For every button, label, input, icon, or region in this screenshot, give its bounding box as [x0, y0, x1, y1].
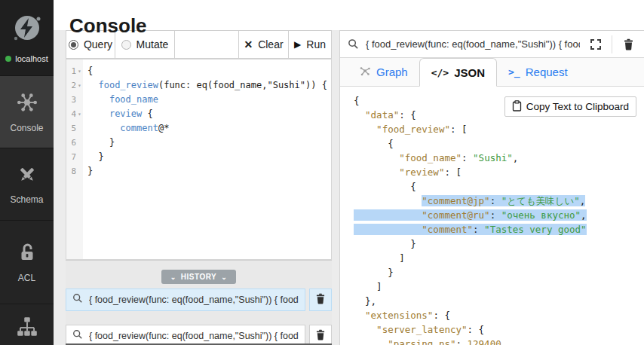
tab-request-label: Request	[526, 66, 568, 78]
search-icon	[346, 35, 360, 54]
json-code-line: "server_latency": {	[354, 322, 644, 337]
search-icon	[72, 293, 83, 307]
history-section: ⌄ HISTORY ⌄ { food_review(func: eq(food_…	[66, 260, 332, 345]
editor-code-line: 3 food_name	[66, 93, 331, 107]
copy-button-label: Copy Text to Clipboard	[526, 101, 629, 112]
copy-to-clipboard-button[interactable]: Copy Text to Clipboard	[504, 96, 636, 117]
chevron-down-icon: ⌄	[221, 275, 227, 279]
sidebar-item-schema[interactable]: Schema	[0, 148, 54, 221]
connection-status-dot	[5, 56, 11, 62]
delete-history-button[interactable]	[309, 289, 332, 311]
trash-icon	[315, 293, 326, 307]
json-code-line: },	[354, 294, 644, 308]
result-query-text[interactable]: { food_review(func: eq(food_name,"Sushi"…	[366, 38, 580, 50]
json-code-line: "food_name": "Sushi",	[354, 151, 644, 165]
query-panel: Query Mutate ✕ Clear ▶ Run 1▾{2▾ food_re…	[66, 30, 332, 345]
tab-json[interactable]: </> JSON	[419, 58, 497, 87]
radio-unselected-icon	[121, 40, 131, 50]
json-code-line: ]	[354, 251, 644, 265]
dgraph-logo-icon	[10, 12, 44, 50]
toolbar-spacer	[174, 30, 239, 59]
editor-code-line: 1▾{	[66, 64, 331, 78]
run-button[interactable]: ▶ Run	[288, 30, 332, 59]
trash-icon	[315, 329, 326, 343]
sidebar-item-console[interactable]: Console	[0, 76, 54, 148]
history-toggle-button[interactable]: ⌄ HISTORY ⌄	[161, 270, 237, 284]
code-icon: </>	[431, 67, 449, 78]
history-list: { food_review(func: eq(food_name,"Sushi"…	[66, 289, 332, 345]
mutate-mode-label: Mutate	[136, 38, 169, 50]
sidebar-item-label: Schema	[10, 194, 43, 205]
tab-request[interactable]: >_ Request	[497, 58, 579, 86]
json-code-line: }	[354, 237, 644, 251]
delete-history-button[interactable]	[309, 325, 332, 345]
json-code-line: }	[354, 265, 644, 279]
editor-code-line: 6 }	[66, 136, 331, 150]
history-toggle-label: HISTORY	[181, 273, 216, 281]
editor-lines: 1▾{2▾ food_review(func: eq(food_name,"Su…	[66, 60, 331, 179]
sidebar-item-cluster[interactable]	[0, 304, 54, 345]
server-connection[interactable]: localhost	[0, 0, 54, 76]
run-label: Run	[306, 38, 326, 50]
history-row: { food_review(func: eq(food_name,"Sushi"…	[66, 325, 332, 345]
json-lines: { "data": { "food_review": [ { "food_nam…	[354, 93, 644, 345]
result-query-bar: { food_review(func: eq(food_name,"Sushi"…	[340, 31, 644, 58]
server-name: localhost	[15, 54, 48, 63]
sidebar-item-label: Console	[10, 123, 43, 133]
clear-label: Clear	[258, 38, 283, 50]
result-tabs: Graph </> JSON >_ Request	[340, 58, 644, 87]
editor-code-line: 7 }	[66, 150, 331, 164]
history-item[interactable]: { food_review(func: eq(food_name,"Sushi"…	[66, 289, 305, 311]
editor-code-line: 5 comment@*	[66, 121, 331, 136]
json-code-line: "comment@jp": "とても美味しい",	[354, 194, 644, 208]
editor-code-line: 2▾ food_review(func: eq(food_name,"Sushi…	[66, 78, 331, 93]
search-icon	[72, 329, 83, 343]
json-code-line: {	[354, 179, 644, 194]
history-item-text: { food_review(func: eq(food_name,"Sushi"…	[89, 331, 299, 341]
tab-json-label: JSON	[454, 66, 485, 79]
chevron-down-icon: ⌄	[170, 275, 176, 279]
query-mode-label: Query	[84, 38, 112, 50]
sidebar-item-acl[interactable]: ACL	[0, 221, 54, 304]
tab-graph-label: Graph	[376, 66, 408, 78]
clear-button[interactable]: ✕ Clear	[238, 30, 289, 59]
network-graph-icon	[15, 90, 39, 118]
graph-icon	[359, 65, 371, 79]
page-title: Console	[69, 14, 147, 38]
json-code-line: {	[354, 136, 644, 151]
terminal-icon: >_	[508, 66, 520, 78]
json-code-line: ]	[354, 279, 644, 294]
clipboard-icon	[512, 100, 522, 114]
json-code-line: "review": [	[354, 165, 644, 179]
history-item[interactable]: { food_review(func: eq(food_name,"Sushi"…	[66, 325, 305, 345]
radio-selected-icon	[69, 40, 78, 50]
sidebar: localhost Console	[0, 0, 54, 345]
cluster-icon	[15, 315, 39, 342]
editor-code-line: 8}	[66, 164, 331, 179]
tab-graph[interactable]: Graph	[348, 58, 419, 86]
sidebar-item-label: ACL	[18, 273, 35, 283]
json-code-line: "comment@ru": "очень вкусно",	[354, 208, 644, 222]
run-play-icon: ▶	[294, 39, 301, 50]
trash-icon[interactable]	[618, 35, 638, 54]
json-code-line: "parsing_ns": 129400,	[354, 337, 644, 345]
fullscreen-icon[interactable]	[586, 35, 606, 54]
editor-code-line: 4▾ review {	[66, 107, 331, 121]
schema-edit-icon	[16, 163, 38, 189]
query-editor[interactable]: 1▾{2▾ food_review(func: eq(food_name,"Su…	[66, 59, 332, 260]
json-code-line: "food_review": [	[354, 122, 644, 136]
history-item-text: { food_review(func: eq(food_name,"Sushi"…	[89, 295, 299, 305]
clear-x-icon: ✕	[244, 38, 253, 50]
lock-icon	[16, 242, 38, 267]
divider	[612, 35, 612, 53]
result-panel: { food_review(func: eq(food_name,"Sushi"…	[339, 30, 644, 345]
history-row: { food_review(func: eq(food_name,"Sushi"…	[66, 289, 332, 311]
json-result-view[interactable]: { "data": { "food_review": [ { "food_nam…	[340, 87, 644, 345]
json-code-line: "comment": "Tastes very good"	[354, 222, 644, 237]
json-code-line: "extensions": {	[354, 308, 644, 322]
